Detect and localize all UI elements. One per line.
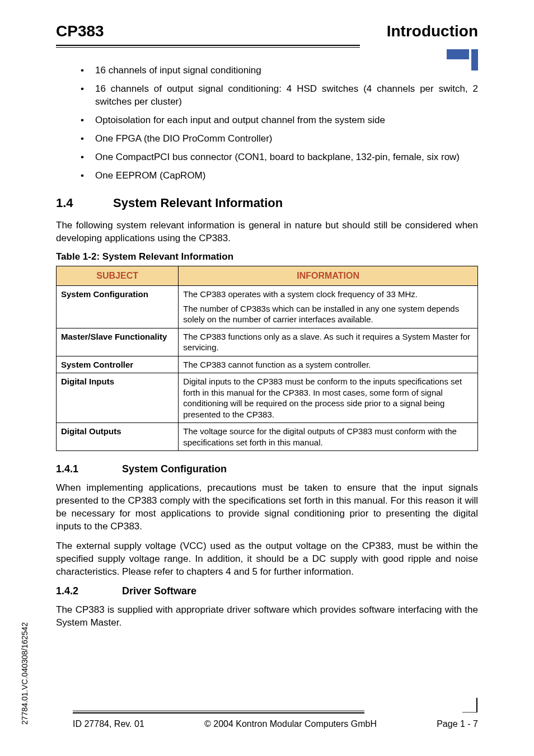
feature-bullet-list: 16 channels of input signal conditioning… bbox=[81, 64, 478, 182]
section-heading-1-4: 1.4 System Relevant Information bbox=[56, 196, 478, 210]
subsection-number: 1.4.1 bbox=[56, 463, 122, 475]
table-row: Digital Inputs Digital inputs to the CP3… bbox=[57, 373, 478, 423]
table-cell-info: Digital inputs to the CP383 must be conf… bbox=[179, 373, 478, 423]
subsection-title: Driver Software bbox=[122, 585, 196, 597]
table-header-subject: SUBJECT bbox=[57, 266, 179, 286]
header-rule-thin bbox=[56, 47, 360, 48]
table-cell-subject: Digital Outputs bbox=[57, 423, 179, 451]
table-cell-info: The CP383 cannot function as a system co… bbox=[179, 356, 478, 373]
table-row: System Controller The CP383 cannot funct… bbox=[57, 356, 478, 373]
doc-code: CP383 bbox=[56, 22, 104, 40]
subsection-heading-1-4-1: 1.4.1 System Configuration bbox=[56, 463, 478, 475]
list-item: One FPGA (the DIO ProComm Controller) bbox=[81, 133, 478, 145]
list-item: 16 channels of output signal conditionin… bbox=[81, 83, 478, 109]
footer-copyright: © 2004 Kontron Modular Computers GmbH bbox=[204, 719, 377, 729]
section-intro: The following system relevant informatio… bbox=[56, 219, 478, 245]
list-item: One EEPROM (CapROM) bbox=[81, 170, 478, 182]
list-item: 16 channels of input signal conditioning bbox=[81, 64, 478, 77]
footer-doc-id: ID 27784, Rev. 01 bbox=[73, 719, 144, 729]
subsection-number: 1.4.2 bbox=[56, 585, 122, 597]
footer-rule-thick bbox=[73, 712, 364, 713]
table-row: Digital Outputs The voltage source for t… bbox=[57, 423, 478, 451]
table-cell-para: The CP383 functions only as a slave. As … bbox=[183, 331, 473, 353]
table-cell-subject: Digital Inputs bbox=[57, 373, 179, 423]
table-cell-info: The CP383 functions only as a slave. As … bbox=[179, 328, 478, 356]
section-title: System Relevant Information bbox=[113, 196, 283, 210]
table-row: System Configuration The CP383 operates … bbox=[57, 286, 478, 328]
list-item: One CompactPCI bus connector (CON1, boar… bbox=[81, 151, 478, 164]
subsection-title: System Configuration bbox=[122, 463, 227, 475]
table-cell-info: The CP383 operates with a system clock f… bbox=[179, 286, 478, 328]
footer-rule-thin bbox=[73, 711, 364, 711]
page-footer: ID 27784, Rev. 01 © 2004 Kontron Modular… bbox=[73, 711, 478, 729]
body-paragraph: When implementing applications, precauti… bbox=[56, 482, 478, 533]
table-cell-info: The voltage source for the digital outpu… bbox=[179, 423, 478, 451]
table-caption: Table 1-2: System Relevant Information bbox=[56, 251, 478, 262]
table-header-info: INFORMATION bbox=[179, 266, 478, 286]
table-cell-subject: Master/Slave Functionality bbox=[57, 328, 179, 356]
body-paragraph: The external supply voltage (VCC) used a… bbox=[56, 540, 478, 579]
table-cell-para: Digital inputs to the CP383 must be conf… bbox=[183, 376, 473, 420]
svg-rect-0 bbox=[447, 49, 469, 59]
document-side-code: 27784.01.VC.040308/162542 bbox=[20, 622, 29, 725]
system-info-table: SUBJECT INFORMATION System Configuration… bbox=[56, 266, 478, 451]
header-rule-thick bbox=[56, 45, 360, 46]
body-paragraph: The CP383 is supplied with appropriate d… bbox=[56, 604, 478, 630]
table-cell-subject: System Configuration bbox=[57, 286, 179, 328]
table-row: Master/Slave Functionality The CP383 fun… bbox=[57, 328, 478, 356]
table-cell-para: The voltage source for the digital outpu… bbox=[183, 426, 473, 448]
table-cell-para: The number of CP383s which can be instal… bbox=[183, 303, 473, 325]
section-number: 1.4 bbox=[56, 196, 113, 210]
subsection-heading-1-4-2: 1.4.2 Driver Software bbox=[56, 585, 478, 597]
page-header: CP383 Introduction bbox=[56, 22, 478, 40]
list-item: Optoisolation for each input and output … bbox=[81, 114, 478, 127]
chapter-title: Introduction bbox=[387, 22, 478, 40]
table-cell-para: The CP383 operates with a system clock f… bbox=[183, 289, 473, 300]
footer-page-number: Page 1 - 7 bbox=[437, 719, 478, 729]
table-cell-subject: System Controller bbox=[57, 356, 179, 373]
table-cell-para: The CP383 cannot function as a system co… bbox=[183, 359, 473, 370]
